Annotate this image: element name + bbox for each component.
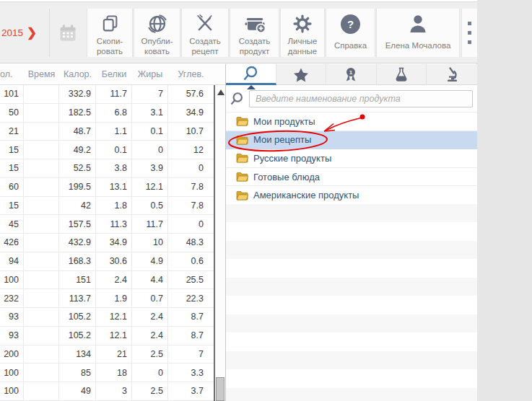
folder-item[interactable]: Американские продукты	[226, 186, 477, 205]
publish-label-line2: ковать	[144, 47, 170, 56]
star-icon	[292, 66, 310, 84]
user-icon	[407, 12, 429, 36]
table-scrollbar[interactable]	[214, 85, 225, 401]
create-recipe-button[interactable]: Создать рецепт	[181, 9, 229, 57]
empty-list-rows	[226, 204, 477, 401]
product-catalog-panel: 1	[225, 64, 477, 401]
publish-label-line1: Опубли-	[141, 37, 173, 45]
date-navigator: 2015 ❯	[1, 27, 37, 38]
fork-knife-icon	[195, 12, 215, 36]
copy-label-line2: ровать	[97, 47, 123, 56]
tab-microscope[interactable]	[427, 64, 477, 85]
table-row[interactable]: 101 332.9 11.7 7 57.6	[0, 85, 214, 104]
table-row[interactable]: 15 49.2 0.1 0 12	[0, 141, 214, 159]
table-row[interactable]: 60 199.5 13.1 12.1 7.8	[0, 178, 214, 197]
table-row[interactable]: 232 113.7 1.9 0.7 22.3	[0, 289, 214, 308]
globe-icon	[147, 12, 168, 36]
next-date-chevron-icon[interactable]: ❯	[27, 28, 37, 38]
help-label: Справка	[334, 41, 367, 50]
column-header-time[interactable]: Время	[24, 64, 59, 84]
create-product-label-line2: продукт	[240, 47, 270, 56]
tab-lab[interactable]	[377, 64, 427, 85]
help-icon: ?	[341, 12, 360, 36]
app-window: 2015 ❯	[0, 0, 477, 401]
create-product-label-line1: Создать	[239, 37, 271, 45]
product-search-input[interactable]	[249, 90, 473, 107]
folder-label: Готовые блюда	[253, 172, 320, 182]
create-recipe-label-line1: Создать	[189, 37, 221, 45]
tab-search[interactable]	[226, 64, 276, 85]
medal-icon: 1	[342, 66, 359, 84]
overflow-dot-icon	[468, 22, 471, 25]
personal-data-label-line1: Личные	[288, 37, 318, 45]
table-row[interactable]: 94 168.3 30.6 4.9 0.6	[0, 252, 214, 271]
personal-data-label-line2: данные	[288, 47, 317, 56]
table-header-row: ол. Время Калор. Белки Жиры Углев.	[0, 64, 225, 85]
folder-label: Русские продукты	[253, 153, 331, 164]
folder-icon	[236, 153, 248, 163]
create-recipe-label-line2: рецепт	[191, 47, 218, 56]
table-row[interactable]: 426 432.9 34.9 10 48.3	[0, 234, 214, 252]
column-header-carbs[interactable]: Углев.	[168, 64, 214, 84]
scroll-up-icon[interactable]	[217, 89, 224, 95]
folder-item[interactable]: Готовые блюда	[226, 168, 477, 187]
food-diary-table: 101 332.9 11.7 7 57.6 50 182.5 6.8 3.1 3…	[0, 85, 214, 401]
toolbar: 2015 ❯	[0, 0, 477, 63]
copy-button[interactable]: Скопи- ровать	[87, 9, 133, 57]
search-icon	[242, 65, 259, 82]
folder-item[interactable]: Мои рецепты	[226, 131, 477, 150]
create-product-button[interactable]: Создать продукт	[230, 9, 279, 57]
folder-label: Американские продукты	[253, 190, 359, 200]
column-header-calories[interactable]: Калор.	[59, 64, 96, 84]
tab-favorites[interactable]	[276, 64, 327, 85]
window-top-strip	[0, 0, 477, 2]
overflow-menu-button[interactable]	[461, 9, 477, 57]
table-row[interactable]: 100 49 3 2.5 3.7	[0, 382, 214, 401]
table-row[interactable]: 93 105.2 12.1 2.4 8.7	[0, 327, 214, 345]
catalog-tabs: 1	[226, 64, 477, 85]
table-row[interactable]: 15 42 1.8 0.5 7.8	[0, 197, 214, 216]
table-row[interactable]: 45 157.5 11.3 11.7 0	[0, 215, 214, 234]
flask-icon	[393, 66, 410, 84]
svg-text:1: 1	[349, 69, 353, 75]
personal-data-button[interactable]: Личные данные	[280, 9, 325, 57]
column-header-protein[interactable]: Белки	[96, 64, 132, 84]
copy-label-line1: Скопи-	[97, 37, 123, 45]
user-name-label: Елена Мочалова	[385, 41, 451, 50]
table-row[interactable]: 50 182.5 6.8 3.1 34.9	[0, 104, 214, 123]
pot-plus-icon	[244, 12, 266, 36]
calendar-icon	[58, 23, 78, 43]
folder-item[interactable]: Русские продукты	[226, 149, 477, 168]
copy-icon	[100, 12, 120, 36]
gear-icon	[292, 12, 313, 36]
table-row[interactable]: 15 52.5 3.8 3.9 0	[0, 159, 214, 178]
search-field-icon	[230, 92, 244, 106]
column-header-qty[interactable]: ол.	[0, 64, 24, 84]
tab-awards[interactable]: 1	[326, 64, 377, 85]
overflow-dot-icon	[468, 31, 471, 35]
microscope-icon	[443, 66, 461, 84]
table-row[interactable]: 21 48.7 1.1 0.1 10.7	[0, 123, 214, 141]
user-menu-button[interactable]: Елена Мочалова	[376, 9, 460, 57]
publish-button[interactable]: Опубли- ковать	[134, 9, 180, 57]
folder-icon	[236, 116, 248, 126]
table-row[interactable]: 100 85 18 0 3.3	[0, 363, 214, 382]
table-row[interactable]: 93 105.2 12.1 2.4 8.7	[0, 308, 214, 327]
scrollbar-thumb[interactable]	[216, 377, 224, 401]
column-header-fat[interactable]: Жиры	[132, 64, 168, 84]
active-tab-caret	[247, 85, 256, 89]
date-label: 2015	[1, 27, 23, 38]
table-row[interactable]: 100 151 2.4 4.4 25.5	[0, 271, 214, 290]
overflow-dot-icon	[468, 40, 471, 44]
folder-item[interactable]: Мои продукты	[226, 113, 477, 131]
folder-icon	[236, 135, 248, 145]
app-screen: 2015 ❯	[0, 0, 532, 401]
folder-label: Мои рецепты	[253, 134, 311, 145]
folder-icon	[236, 190, 248, 200]
calendar-button[interactable]	[50, 9, 86, 57]
folder-label: Мои продукты	[253, 116, 315, 127]
search-row	[226, 86, 477, 112]
help-button[interactable]: ? Справка	[326, 9, 375, 57]
table-row[interactable]: 200 134 21 2.5 7	[0, 345, 214, 364]
folder-icon	[236, 172, 248, 182]
